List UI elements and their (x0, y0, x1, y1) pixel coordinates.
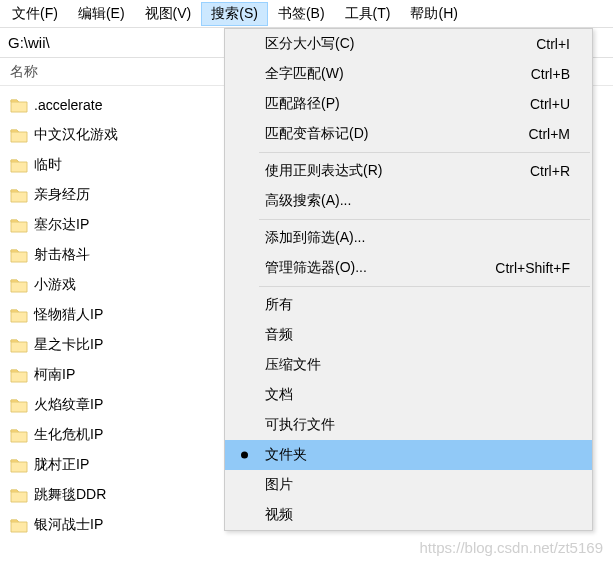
menu-item[interactable]: 所有 (225, 290, 592, 320)
file-name: 怪物猎人IP (34, 306, 103, 324)
menu-item-label: 管理筛选器(O)... (265, 259, 495, 277)
menu-编辑e[interactable]: 编辑(E) (68, 2, 135, 26)
menu-item[interactable]: 文档 (225, 380, 592, 410)
file-name: 生化危机IP (34, 426, 103, 444)
folder-icon (10, 128, 28, 143)
menu-工具t[interactable]: 工具(T) (335, 2, 401, 26)
menu-item-shortcut: Ctrl+U (530, 96, 570, 112)
column-header-name: 名称 (10, 63, 38, 81)
file-name: 火焰纹章IP (34, 396, 103, 414)
menu-item[interactable]: 匹配路径(P)Ctrl+U (225, 89, 592, 119)
menu-item[interactable]: 全字匹配(W)Ctrl+B (225, 59, 592, 89)
menu-item-label: 可执行文件 (265, 416, 570, 434)
menu-item-label: 压缩文件 (265, 356, 570, 374)
folder-icon (10, 98, 28, 113)
menu-item-label: 添加到筛选(A)... (265, 229, 570, 247)
file-name: 临时 (34, 156, 62, 174)
menu-item-label: 文档 (265, 386, 570, 404)
menu-item-label: 视频 (265, 506, 570, 524)
menu-separator (259, 219, 590, 220)
menu-item-label: 全字匹配(W) (265, 65, 531, 83)
radio-bullet-icon (241, 452, 248, 459)
folder-icon (10, 458, 28, 473)
menu-item[interactable]: 音频 (225, 320, 592, 350)
folder-icon (10, 248, 28, 263)
menu-item[interactable]: 使用正则表达式(R)Ctrl+R (225, 156, 592, 186)
menubar: 文件(F)编辑(E)视图(V)搜索(S)书签(B)工具(T)帮助(H) (0, 0, 613, 28)
menu-文件f[interactable]: 文件(F) (2, 2, 68, 26)
menu-item-shortcut: Ctrl+I (536, 36, 570, 52)
menu-item-label: 匹配路径(P) (265, 95, 530, 113)
menu-item[interactable]: 压缩文件 (225, 350, 592, 380)
file-name: 射击格斗 (34, 246, 90, 264)
file-name: 中文汉化游戏 (34, 126, 118, 144)
folder-icon (10, 188, 28, 203)
file-name: 跳舞毯DDR (34, 486, 106, 504)
menu-separator (259, 286, 590, 287)
folder-icon (10, 428, 28, 443)
folder-icon (10, 398, 28, 413)
file-name: 胧村正IP (34, 456, 89, 474)
menu-item[interactable]: 区分大小写(C)Ctrl+I (225, 29, 592, 59)
menu-item-label: 文件夹 (265, 446, 570, 464)
file-name: 小游戏 (34, 276, 76, 294)
search-menu-dropdown: 区分大小写(C)Ctrl+I全字匹配(W)Ctrl+B匹配路径(P)Ctrl+U… (224, 28, 593, 531)
folder-icon (10, 488, 28, 503)
file-name: 亲身经历 (34, 186, 90, 204)
menu-item-label: 音频 (265, 326, 570, 344)
menu-item-label: 使用正则表达式(R) (265, 162, 530, 180)
folder-icon (10, 518, 28, 533)
menu-separator (259, 152, 590, 153)
menu-item[interactable]: 匹配变音标记(D)Ctrl+M (225, 119, 592, 149)
menu-item-label: 匹配变音标记(D) (265, 125, 528, 143)
menu-视图v[interactable]: 视图(V) (135, 2, 202, 26)
menu-帮助h[interactable]: 帮助(H) (400, 2, 467, 26)
folder-icon (10, 218, 28, 233)
file-name: 星之卡比IP (34, 336, 103, 354)
menu-item[interactable]: 图片 (225, 470, 592, 500)
menu-item-label: 区分大小写(C) (265, 35, 536, 53)
menu-item-shortcut: Ctrl+M (528, 126, 570, 142)
menu-item[interactable]: 管理筛选器(O)...Ctrl+Shift+F (225, 253, 592, 283)
menu-item[interactable]: 文件夹 (225, 440, 592, 470)
menu-item-label: 图片 (265, 476, 570, 494)
menu-item-shortcut: Ctrl+B (531, 66, 570, 82)
file-name: 塞尔达IP (34, 216, 89, 234)
folder-icon (10, 158, 28, 173)
watermark: https://blog.csdn.net/zt5169 (420, 539, 603, 556)
menu-item[interactable]: 可执行文件 (225, 410, 592, 440)
menu-书签b[interactable]: 书签(B) (268, 2, 335, 26)
menu-item[interactable]: 添加到筛选(A)... (225, 223, 592, 253)
menu-搜索s[interactable]: 搜索(S) (201, 2, 268, 26)
folder-icon (10, 308, 28, 323)
menu-item-shortcut: Ctrl+R (530, 163, 570, 179)
menu-item-label: 所有 (265, 296, 570, 314)
file-name: 柯南IP (34, 366, 75, 384)
folder-icon (10, 338, 28, 353)
menu-item[interactable]: 视频 (225, 500, 592, 530)
folder-icon (10, 278, 28, 293)
file-name: .accelerate (34, 97, 102, 113)
menu-item-label: 高级搜索(A)... (265, 192, 570, 210)
folder-icon (10, 368, 28, 383)
menu-item[interactable]: 高级搜索(A)... (225, 186, 592, 216)
menu-item-shortcut: Ctrl+Shift+F (495, 260, 570, 276)
file-name: 银河战士IP (34, 516, 103, 534)
